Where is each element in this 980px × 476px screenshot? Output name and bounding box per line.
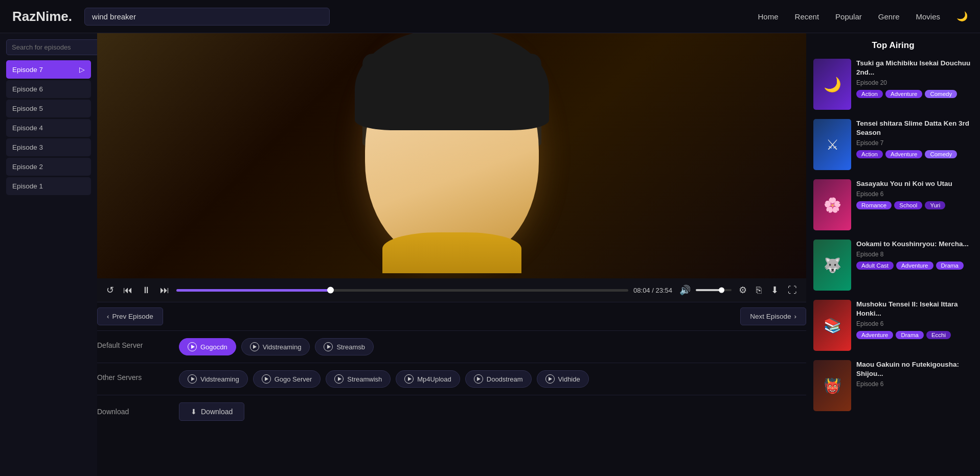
airing-info-4: Ookami to Koushinryou: Mercha... Episode… <box>856 240 973 291</box>
top-airing-title: Top Airing <box>813 40 973 51</box>
tag-adventure[interactable]: Adventure <box>856 331 893 339</box>
tag-drama[interactable]: Drama <box>936 261 964 270</box>
nav-genre[interactable]: Genre <box>878 12 900 21</box>
volume-bar[interactable] <box>696 289 732 291</box>
server-streamsb[interactable]: Streamsb <box>315 338 374 355</box>
airing-item-5[interactable]: 📚 Mushoku Tensei II: Isekai Ittara Honki… <box>813 300 973 351</box>
airing-tags-4: Adult Cast Adventure Drama <box>856 261 973 270</box>
nav-home[interactable]: Home <box>758 12 779 21</box>
tag-adventure[interactable]: Adventure <box>885 90 922 98</box>
rewind-icon[interactable]: ↺ <box>104 282 116 298</box>
tag-adventure[interactable]: Adventure <box>896 261 933 270</box>
volume-icon[interactable]: 🔊 <box>677 282 693 298</box>
tag-adult-cast[interactable]: Adult Cast <box>856 261 894 270</box>
tag-school[interactable]: School <box>894 201 922 209</box>
airing-info-1: Tsuki ga Michibiku Isekai Douchuu 2nd...… <box>856 59 973 110</box>
episode-item-5[interactable]: Episode 5 <box>6 100 91 117</box>
thumb-placeholder: ⚔ <box>813 119 851 170</box>
nav-popular[interactable]: Popular <box>835 12 862 21</box>
skip-back-button[interactable]: ⏮ <box>121 283 134 298</box>
server-vidhide[interactable]: Vidhide <box>537 370 589 388</box>
airing-title-4: Ookami to Koushinryou: Mercha... <box>856 240 973 249</box>
airing-title-1: Tsuki ga Michibiku Isekai Douchuu 2nd... <box>856 59 973 77</box>
progress-bar[interactable] <box>176 289 628 292</box>
airing-thumb-6: 👹 <box>813 360 851 411</box>
tag-romance[interactable]: Romance <box>856 201 892 209</box>
other-server-buttons: Vidstreaming Gogo Server Streamwish Mp4U… <box>179 370 806 388</box>
prev-chevron-icon: ‹ <box>107 313 109 320</box>
play-circle-icon <box>324 342 333 351</box>
tag-ecchi[interactable]: Ecchi <box>926 331 951 339</box>
airing-item-6[interactable]: 👹 Maou Gakuin no Futekigousha: Shijou...… <box>813 360 973 411</box>
server-doodstream[interactable]: Doodstream <box>465 370 532 388</box>
download-button[interactable]: ⬇ Download <box>179 402 244 421</box>
default-server-row: Default Server Gogocdn Vidstreaming Stre… <box>97 331 806 363</box>
airing-ep-4: Episode 8 <box>856 251 973 258</box>
thumb-placeholder: 🌙 <box>813 59 851 110</box>
airing-item-2[interactable]: ⚔ Tensei shitara Slime Datta Ken 3rd Sea… <box>813 119 973 170</box>
airing-tags-1: Action Adventure Comedy <box>856 90 973 98</box>
episode-nav: ‹ Prev Episode Next Episode › <box>97 302 806 331</box>
settings-icon[interactable]: ⚙ <box>737 282 749 298</box>
server-vidstreaming-default[interactable]: Vidstreaming <box>241 338 310 355</box>
airing-thumb-3: 🌸 <box>813 179 851 230</box>
progress-dot[interactable] <box>327 287 334 294</box>
episode-item-6[interactable]: Episode 6 <box>6 80 91 98</box>
airing-title-2: Tensei shitara Slime Datta Ken 3rd Seaso… <box>856 119 973 137</box>
airing-item-4[interactable]: 🐺 Ookami to Koushinryou: Mercha... Episo… <box>813 240 973 291</box>
episode-item-1[interactable]: Episode 1 <box>6 177 91 195</box>
play-circle-icon <box>545 374 555 384</box>
play-circle-icon <box>188 374 197 384</box>
tag-yuri[interactable]: Yuri <box>925 201 945 209</box>
episode-item-2[interactable]: Episode 2 <box>6 158 91 176</box>
server-streamwish[interactable]: Streamwish <box>326 370 391 388</box>
thumb-placeholder: 👹 <box>813 360 851 411</box>
logo[interactable]: RazNime. <box>12 9 72 25</box>
prev-episode-button[interactable]: ‹ Prev Episode <box>97 307 163 325</box>
top-airing-sidebar: Top Airing 🌙 Tsuki ga Michibiku Isekai D… <box>806 33 980 476</box>
airing-item-1[interactable]: 🌙 Tsuki ga Michibiku Isekai Douchuu 2nd.… <box>813 59 973 110</box>
airing-ep-1: Episode 20 <box>856 79 973 86</box>
tag-comedy[interactable]: Comedy <box>925 150 957 158</box>
video-controls: ↺ ⏮ ⏸ ⏭ 08:04 / 23:54 🔊 ⚙ ⎘ ⬇ <box>97 278 806 302</box>
nav-recent[interactable]: Recent <box>795 12 819 21</box>
download-icon[interactable]: ⬇ <box>769 282 781 298</box>
server-mp4upload[interactable]: Mp4Upload <box>396 370 460 388</box>
airing-title-6: Maou Gakuin no Futekigousha: Shijou... <box>856 360 973 378</box>
airing-info-6: Maou Gakuin no Futekigousha: Shijou... E… <box>856 360 973 411</box>
play-circle-icon <box>262 374 271 384</box>
thumb-placeholder: 🐺 <box>813 240 851 291</box>
nav-movies[interactable]: Movies <box>916 12 940 21</box>
tag-comedy[interactable]: Comedy <box>925 90 957 98</box>
thumb-placeholder: 📚 <box>813 300 851 351</box>
episode-search-input[interactable] <box>6 39 103 55</box>
next-chevron-icon: › <box>794 313 797 320</box>
server-gogo-server[interactable]: Gogo Server <box>253 370 321 388</box>
play-circle-icon <box>474 374 483 384</box>
video-player[interactable] <box>97 33 806 278</box>
episode-item-3[interactable]: Episode 3 <box>6 138 91 156</box>
episode-search-wrap: ⇅ <box>6 39 91 55</box>
episode-item-4[interactable]: Episode 4 <box>6 119 91 137</box>
search-input[interactable] <box>84 8 330 26</box>
pause-button[interactable]: ⏸ <box>140 283 153 298</box>
skip-forward-button[interactable]: ⏭ <box>158 283 171 298</box>
video-background <box>97 33 806 278</box>
next-episode-button[interactable]: Next Episode › <box>740 307 806 325</box>
episode-item-7[interactable]: Episode 7 ▷ <box>6 60 91 79</box>
server-vidstreaming-other[interactable]: Vidstreaming <box>179 370 248 388</box>
tag-action[interactable]: Action <box>856 150 883 158</box>
tag-drama[interactable]: Drama <box>896 331 924 339</box>
airing-title-3: Sasayaku You ni Koi wo Utau <box>856 179 973 188</box>
fullscreen-icon[interactable]: ⛶ <box>786 283 799 298</box>
tag-adventure[interactable]: Adventure <box>885 150 922 158</box>
tag-action[interactable]: Action <box>856 90 883 98</box>
dark-mode-icon[interactable]: 🌙 <box>956 11 968 22</box>
airing-item-3[interactable]: 🌸 Sasayaku You ni Koi wo Utau Episode 6 … <box>813 179 973 230</box>
external-link-icon[interactable]: ⎘ <box>754 283 764 298</box>
server-gogocdn[interactable]: Gogocdn <box>179 338 236 355</box>
airing-tags-3: Romance School Yuri <box>856 201 973 209</box>
header: RazNime. Home Recent Popular Genre Movie… <box>0 0 980 33</box>
progress-fill <box>176 289 330 292</box>
volume-dot[interactable] <box>719 288 724 293</box>
